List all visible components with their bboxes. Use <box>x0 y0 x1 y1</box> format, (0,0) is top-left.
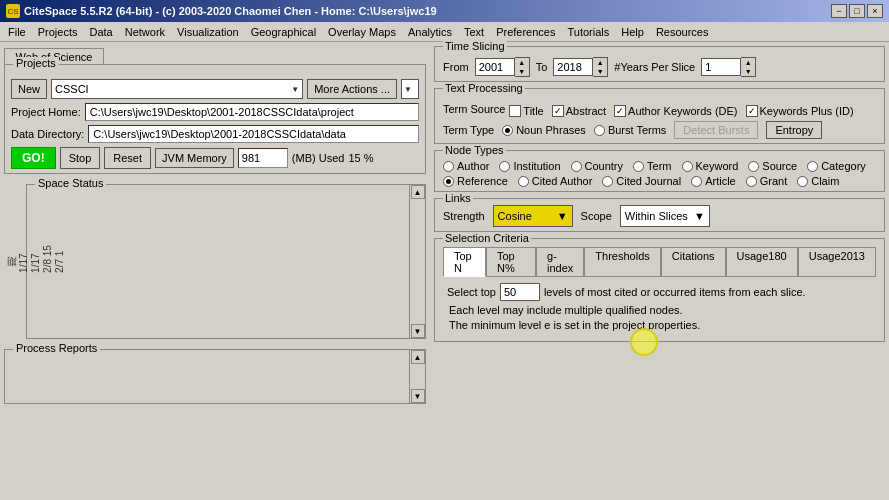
abstract-checkbox-item: ✓ Abstract <box>552 105 606 117</box>
more-actions-arrow[interactable]: ▼ <box>401 79 419 99</box>
process-scroll-up[interactable]: ▲ <box>411 350 425 364</box>
to-value[interactable]: 2018 <box>553 58 593 76</box>
cited-author-node-radio[interactable] <box>518 176 529 187</box>
title-checkbox[interactable] <box>509 105 521 117</box>
grant-node-radio[interactable] <box>746 176 757 187</box>
stop-button[interactable]: Stop <box>60 147 101 169</box>
cited-journal-node-radio[interactable] <box>602 176 613 187</box>
new-button[interactable]: New <box>11 79 47 99</box>
jvm-unit: (MB) Used <box>292 152 345 164</box>
article-node-radio[interactable] <box>691 176 702 187</box>
menu-tutorials[interactable]: Tutorials <box>561 22 615 41</box>
to-down-button[interactable]: ▼ <box>593 67 607 76</box>
scope-dropdown[interactable]: Within Slices ▼ <box>620 205 710 227</box>
reset-button[interactable]: Reset <box>104 147 151 169</box>
tab-top-n-percent[interactable]: Top N% <box>486 247 536 277</box>
per-slice-spinner[interactable]: 1 ▲ ▼ <box>701 57 756 77</box>
article-node-item: Article <box>691 175 736 187</box>
burst-terms-radio[interactable] <box>594 125 605 136</box>
minimize-button[interactable]: − <box>831 4 847 18</box>
jvm-percent: 15 % <box>348 152 373 164</box>
more-actions-button[interactable]: More Actions ... <box>307 79 397 99</box>
jvm-value: 981 <box>238 148 288 168</box>
reference-node-dot <box>446 179 451 184</box>
menu-resources[interactable]: Resources <box>650 22 715 41</box>
strength-dropdown[interactable]: Cosine ▼ <box>493 205 573 227</box>
side-label-3: 1/17 <box>30 245 42 273</box>
menu-network[interactable]: Network <box>119 22 171 41</box>
reference-node-radio[interactable] <box>443 176 454 187</box>
detect-bursts-button[interactable]: Detect Bursts <box>674 121 758 139</box>
menu-preferences[interactable]: Preferences <box>490 22 561 41</box>
select-top-input[interactable]: 50 <box>500 283 540 301</box>
abstract-checkbox[interactable]: ✓ <box>552 105 564 117</box>
institution-node-radio[interactable] <box>499 161 510 172</box>
from-down-button[interactable]: ▼ <box>515 67 529 76</box>
side-label-2: 1/17 <box>18 245 30 273</box>
close-button[interactable]: × <box>867 4 883 18</box>
cited-author-node-item: Cited Author <box>518 175 593 187</box>
tab-usage2013[interactable]: Usage2013 <box>798 247 876 277</box>
tab-g-index[interactable]: g-index <box>536 247 584 277</box>
keyword-node-radio[interactable] <box>682 161 693 172</box>
term-node-radio[interactable] <box>633 161 644 172</box>
country-node-label: Country <box>585 160 624 172</box>
menu-geographical[interactable]: Geographical <box>245 22 322 41</box>
from-up-button[interactable]: ▲ <box>515 58 529 67</box>
keywords-plus-checkbox[interactable]: ✓ <box>746 105 758 117</box>
strength-value: Cosine <box>498 210 532 222</box>
selection-criteria-section: Selection Criteria Top N Top N% g-index … <box>434 238 885 342</box>
menu-projects[interactable]: Projects <box>32 22 84 41</box>
entropy-button[interactable]: Entropy <box>766 121 822 139</box>
tab-usage180[interactable]: Usage180 <box>726 247 798 277</box>
menu-analytics[interactable]: Analytics <box>402 22 458 41</box>
go-button[interactable]: GO! <box>11 147 56 169</box>
noun-phrases-radio-item: Noun Phrases <box>502 124 586 136</box>
tab-top-n[interactable]: Top N <box>443 247 486 277</box>
author-node-radio[interactable] <box>443 161 454 172</box>
per-slice-down-button[interactable]: ▼ <box>741 67 755 76</box>
author-keywords-checkbox[interactable]: ✓ <box>614 105 626 117</box>
claim-node-item: Claim <box>797 175 839 187</box>
category-node-item: Category <box>807 160 866 172</box>
scope-value: Within Slices <box>625 210 688 222</box>
menu-visualization[interactable]: Visualization <box>171 22 245 41</box>
category-node-radio[interactable] <box>807 161 818 172</box>
per-slice-up-button[interactable]: ▲ <box>741 58 755 67</box>
jvm-memory-button[interactable]: JVM Memory <box>155 148 234 168</box>
scroll-down-button[interactable]: ▼ <box>411 324 425 338</box>
noun-phrases-radio[interactable] <box>502 125 513 136</box>
per-slice-value[interactable]: 1 <box>701 58 741 76</box>
to-up-button[interactable]: ▲ <box>593 58 607 67</box>
info-line-2: Each level may include multiple qualifie… <box>447 304 872 316</box>
from-value[interactable]: 2001 <box>475 58 515 76</box>
author-keywords-checkbox-item: ✓ Author Keywords (DE) <box>614 105 737 117</box>
menu-overlay-maps[interactable]: Overlay Maps <box>322 22 402 41</box>
process-reports-section: Process Reports ▲ ▼ <box>4 349 426 404</box>
cited-journal-node-item: Cited Journal <box>602 175 681 187</box>
menu-file[interactable]: File <box>2 22 32 41</box>
reference-node-label: Reference <box>457 175 508 187</box>
process-scroll-down[interactable]: ▼ <box>411 389 425 403</box>
claim-node-radio[interactable] <box>797 176 808 187</box>
menu-help[interactable]: Help <box>615 22 650 41</box>
process-scrollbar[interactable]: ▲ ▼ <box>409 350 425 403</box>
maximize-button[interactable]: □ <box>849 4 865 18</box>
project-dropdown[interactable]: CSSCI ▼ <box>51 79 303 99</box>
keywords-plus-checkbox-item: ✓ Keywords Plus (ID) <box>746 105 854 117</box>
to-spinner[interactable]: 2018 ▲ ▼ <box>553 57 608 77</box>
menu-data[interactable]: Data <box>83 22 118 41</box>
menu-text[interactable]: Text <box>458 22 490 41</box>
source-node-radio[interactable] <box>748 161 759 172</box>
grant-node-item: Grant <box>746 175 788 187</box>
scroll-up-button[interactable]: ▲ <box>411 185 425 199</box>
source-node-label: Source <box>762 160 797 172</box>
country-node-radio[interactable] <box>571 161 582 172</box>
cited-author-node-label: Cited Author <box>532 175 593 187</box>
tab-thresholds[interactable]: Thresholds <box>584 247 660 277</box>
space-status-scrollbar[interactable]: ▲ ▼ <box>409 185 425 338</box>
time-slicing-section: Time Slicing From 2001 ▲ ▼ To 2018 ▲ ▼ <box>434 46 885 82</box>
tab-citations[interactable]: Citations <box>661 247 726 277</box>
from-spinner[interactable]: 2001 ▲ ▼ <box>475 57 530 77</box>
from-label: From <box>443 61 469 73</box>
